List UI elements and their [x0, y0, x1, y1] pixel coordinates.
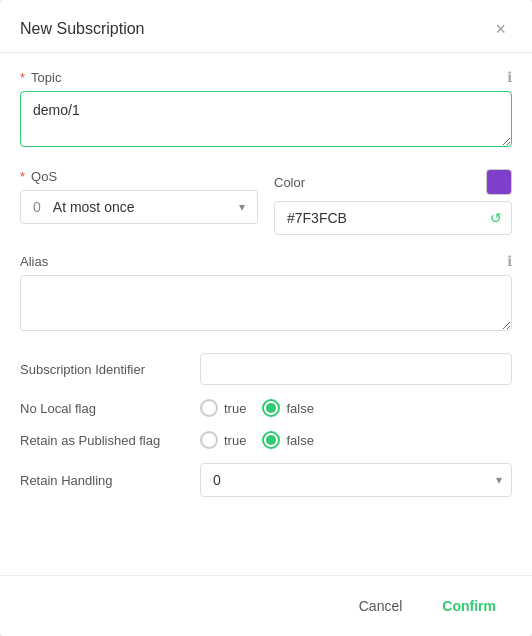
- no-local-flag-control: true false: [200, 399, 512, 417]
- color-column: Color ↺: [274, 169, 512, 235]
- no-local-true-radio[interactable]: [200, 399, 218, 417]
- alias-label-text: Alias: [20, 254, 48, 269]
- retain-handling-label: Retain Handling: [20, 473, 200, 488]
- confirm-button[interactable]: Confirm: [426, 590, 512, 622]
- alias-label: Alias ℹ: [20, 253, 512, 269]
- subscription-id-control: [200, 353, 512, 385]
- retain-published-false-label: false: [286, 433, 313, 448]
- topic-info-icon[interactable]: ℹ: [507, 69, 512, 85]
- subscription-id-field: Subscription Identifier: [20, 353, 512, 385]
- qos-label-text: QoS: [31, 169, 57, 184]
- no-local-flag-field: No Local flag true false: [20, 399, 512, 417]
- retain-published-false-option[interactable]: false: [262, 431, 313, 449]
- retain-published-control: true false: [200, 431, 512, 449]
- qos-required-star: *: [20, 169, 25, 184]
- dialog-header: New Subscription ×: [0, 0, 532, 53]
- color-header: Color: [274, 169, 512, 195]
- new-subscription-dialog: New Subscription × * Topic ℹ * QoS 0: [0, 0, 532, 636]
- no-local-true-option[interactable]: true: [200, 399, 246, 417]
- topic-label: * Topic ℹ: [20, 69, 512, 85]
- retain-published-flag-field: Retain as Published flag true false: [20, 431, 512, 449]
- dialog-body: * Topic ℹ * QoS 0 At most once ▾: [0, 53, 532, 575]
- qos-select[interactable]: 0 At most once ▾: [20, 190, 258, 224]
- dialog-footer: Cancel Confirm: [0, 575, 532, 636]
- refresh-icon[interactable]: ↺: [490, 210, 502, 226]
- qos-label: * QoS: [20, 169, 258, 184]
- color-input[interactable]: [274, 201, 512, 235]
- qos-text: At most once: [53, 199, 231, 215]
- topic-required-star: *: [20, 70, 25, 85]
- dialog-title: New Subscription: [20, 20, 145, 38]
- close-button[interactable]: ×: [489, 18, 512, 40]
- retain-handling-select-wrapper: 0 1 2 ▾: [200, 463, 512, 497]
- no-local-false-label: false: [286, 401, 313, 416]
- retain-published-false-radio[interactable]: [262, 431, 280, 449]
- qos-chevron-icon: ▾: [239, 200, 245, 214]
- topic-field-group: * Topic ℹ: [20, 69, 512, 151]
- alias-input[interactable]: [20, 275, 512, 331]
- color-input-wrapper: ↺: [274, 201, 512, 235]
- qos-color-row: * QoS 0 At most once ▾ Color ↺: [20, 169, 512, 235]
- qos-number: 0: [33, 199, 41, 215]
- retain-published-true-label: true: [224, 433, 246, 448]
- subscription-id-input[interactable]: [200, 353, 512, 385]
- alias-field-group: Alias ℹ: [20, 253, 512, 335]
- no-local-false-option[interactable]: false: [262, 399, 313, 417]
- no-local-true-label: true: [224, 401, 246, 416]
- cancel-button[interactable]: Cancel: [343, 590, 419, 622]
- no-local-flag-label: No Local flag: [20, 401, 200, 416]
- retain-published-true-option[interactable]: true: [200, 431, 246, 449]
- retain-handling-field: Retain Handling 0 1 2 ▾: [20, 463, 512, 497]
- subscription-id-label: Subscription Identifier: [20, 362, 200, 377]
- topic-label-text: Topic: [31, 70, 61, 85]
- retain-published-label: Retain as Published flag: [20, 433, 200, 448]
- color-label: Color: [274, 175, 305, 190]
- color-swatch[interactable]: [486, 169, 512, 195]
- topic-input[interactable]: [20, 91, 512, 147]
- retain-handling-control: 0 1 2 ▾: [200, 463, 512, 497]
- no-local-false-radio[interactable]: [262, 399, 280, 417]
- retain-published-radio-group: true false: [200, 431, 314, 449]
- qos-column: * QoS 0 At most once ▾: [20, 169, 258, 224]
- retain-handling-select[interactable]: 0 1 2: [200, 463, 512, 497]
- no-local-radio-group: true false: [200, 399, 314, 417]
- alias-info-icon[interactable]: ℹ: [507, 253, 512, 269]
- retain-published-true-radio[interactable]: [200, 431, 218, 449]
